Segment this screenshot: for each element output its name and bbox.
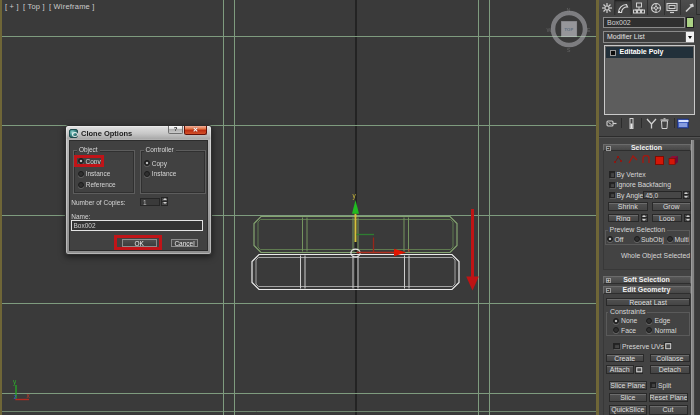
copies-field[interactable]: 1 xyxy=(140,198,160,206)
rollout-soft-selection-header[interactable]: + Soft Selection xyxy=(603,276,691,284)
constraint-face-radio[interactable] xyxy=(613,327,619,333)
radio-controller-copy-label[interactable]: Copy xyxy=(152,160,167,167)
spin-down-icon[interactable] xyxy=(685,218,690,221)
by-angle-spinner[interactable] xyxy=(683,191,690,200)
ring-spinner[interactable] xyxy=(641,214,648,223)
by-angle-label[interactable]: By Angle: xyxy=(617,192,646,199)
constraint-normal-label[interactable]: Normal xyxy=(655,327,677,334)
radio-controller-instance-label[interactable]: Instance xyxy=(152,170,177,177)
svg-text:E: E xyxy=(587,27,591,33)
modifier-list-arrow-button[interactable] xyxy=(685,32,694,42)
object-color-swatch[interactable] xyxy=(686,17,694,29)
preview-multi-label[interactable]: Multi xyxy=(675,236,689,243)
radio-object-instance[interactable] xyxy=(78,171,84,177)
quickslice-button[interactable]: QuickSlice xyxy=(609,405,647,415)
pin-stack-button[interactable] xyxy=(606,118,617,129)
subobject-vertex-button[interactable] xyxy=(613,155,623,164)
collapse-icon[interactable]: - xyxy=(606,146,611,151)
loop-spinner[interactable] xyxy=(684,214,691,223)
split-checkbox[interactable] xyxy=(650,382,657,389)
by-angle-field[interactable]: 45,0 xyxy=(643,191,682,200)
ring-button[interactable]: Ring xyxy=(608,214,639,223)
ignore-backfacing-checkbox[interactable] xyxy=(609,182,616,189)
shrink-button[interactable]: Shrink xyxy=(608,202,648,211)
border-icon xyxy=(641,155,651,164)
modifier-stack[interactable]: Editable Poly xyxy=(604,45,695,115)
viewport-pov-menu[interactable]: [ Top ] xyxy=(23,2,45,11)
subobject-element-button[interactable] xyxy=(668,155,679,165)
radio-controller-instance[interactable] xyxy=(144,171,150,177)
detach-button[interactable]: Detach xyxy=(650,365,690,374)
spin-down-icon[interactable] xyxy=(642,218,647,221)
modifier-list-dropdown[interactable]: Modifier List xyxy=(603,31,694,43)
preview-off-label[interactable]: Off xyxy=(615,236,624,243)
preserve-uvs-label[interactable]: Preserve UVs xyxy=(622,343,664,350)
expand-icon[interactable]: + xyxy=(606,278,611,283)
viewport-shading-menu[interactable]: [ Wireframe ] xyxy=(49,2,95,11)
rollout-edit-geometry-header[interactable]: - Edit Geometry xyxy=(603,286,691,294)
dialog-help-button[interactable]: ? xyxy=(168,126,183,134)
make-unique-button[interactable] xyxy=(646,118,657,129)
cut-button[interactable]: Cut xyxy=(649,405,688,415)
show-end-result-button[interactable] xyxy=(628,118,635,129)
radio-object-instance-label[interactable]: Instance xyxy=(86,170,111,177)
preserve-uvs-checkbox[interactable] xyxy=(613,343,620,350)
repeat-last-button[interactable]: Repeat Last xyxy=(606,298,690,307)
radio-object-reference[interactable] xyxy=(78,182,84,188)
annotation-box-ok-button xyxy=(114,235,162,250)
create-button[interactable]: Create xyxy=(606,354,644,363)
ignore-backfacing-label[interactable]: Ignore Backfacing xyxy=(617,181,671,188)
slice-plane-button[interactable]: Slice Plane xyxy=(609,381,647,390)
dialog-close-button[interactable]: ✕ xyxy=(184,126,207,135)
tab-motion[interactable] xyxy=(648,0,664,15)
reset-plane-button[interactable]: Reset Plane xyxy=(649,393,688,402)
name-field[interactable]: Box002 xyxy=(71,220,203,232)
tab-create[interactable] xyxy=(599,0,615,15)
preview-subobj-label[interactable]: SubObj xyxy=(641,236,664,243)
grow-button[interactable]: Grow xyxy=(652,202,692,211)
tab-utilities[interactable] xyxy=(681,0,697,15)
by-vertex-label[interactable]: By Vertex xyxy=(617,171,646,178)
remove-modifier-button[interactable] xyxy=(660,118,669,129)
subobject-polygon-button[interactable] xyxy=(655,156,664,165)
preview-subobj-radio[interactable] xyxy=(634,236,640,242)
split-label[interactable]: Split xyxy=(658,382,671,389)
preserve-uvs-settings-button[interactable] xyxy=(664,342,672,350)
constraint-none-label[interactable]: None xyxy=(621,317,637,324)
by-vertex-checkbox[interactable] xyxy=(609,171,616,178)
cancel-button[interactable]: Cancel xyxy=(171,239,198,248)
constraint-edge-radio[interactable] xyxy=(646,318,652,324)
configure-modifier-sets-button[interactable] xyxy=(677,118,689,129)
subobject-edge-button[interactable] xyxy=(628,155,638,164)
gizmo-y-arrowhead[interactable] xyxy=(352,200,359,214)
display-icon xyxy=(666,2,678,14)
tab-hierarchy[interactable] xyxy=(632,0,648,15)
constraint-face-label[interactable]: Face xyxy=(621,327,636,334)
viewcube[interactable]: TOP N S W E xyxy=(546,7,590,53)
slice-button[interactable]: Slice xyxy=(609,393,647,402)
tab-modify[interactable] xyxy=(615,0,631,15)
modifier-stack-item-label[interactable]: Editable Poly xyxy=(620,47,664,58)
collapse-icon[interactable]: - xyxy=(606,288,611,293)
attach-button[interactable]: Attach xyxy=(606,365,634,374)
constraint-none-radio[interactable] xyxy=(613,318,619,324)
move-gizmo[interactable]: y x xyxy=(352,192,411,256)
constraint-edge-label[interactable]: Edge xyxy=(655,317,671,324)
attach-list-button[interactable] xyxy=(635,366,643,374)
viewport-general-menu[interactable]: [ + ] xyxy=(5,2,19,11)
radio-object-reference-label[interactable]: Reference xyxy=(86,181,116,188)
pin-stack-icon xyxy=(606,118,617,129)
tab-display[interactable] xyxy=(665,0,681,15)
collapse-button[interactable]: Collapse xyxy=(650,354,690,363)
rollout-selection-header[interactable]: - Selection xyxy=(603,144,691,152)
svg-text:W: W xyxy=(546,27,552,33)
loop-button[interactable]: Loop xyxy=(652,214,683,223)
modifier-stack-selected-row[interactable]: Editable Poly xyxy=(606,47,693,58)
copies-spinner[interactable] xyxy=(161,197,168,206)
subobject-border-button[interactable] xyxy=(641,155,651,164)
spin-down-icon[interactable] xyxy=(684,195,689,198)
object-name-field[interactable]: Box002 xyxy=(603,17,685,28)
spin-down-icon[interactable] xyxy=(162,202,167,206)
vertex-icon xyxy=(613,155,623,164)
by-angle-checkbox[interactable] xyxy=(609,192,616,199)
